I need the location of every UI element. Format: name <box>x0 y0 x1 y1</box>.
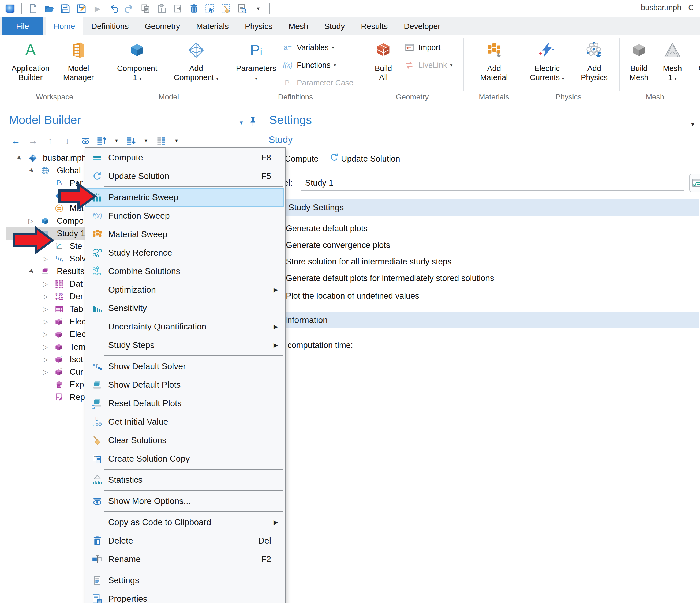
clear-marquee-icon[interactable] <box>218 1 234 16</box>
menu-item-clear-solutions[interactable]: Clear Solutions <box>86 431 284 450</box>
tab-file[interactable]: File <box>2 17 43 35</box>
nav-down-icon[interactable]: ↓ <box>60 134 74 147</box>
expander-closed-icon[interactable]: ▷ <box>43 293 48 300</box>
paste-import-icon[interactable] <box>170 1 186 16</box>
mesh-1-button[interactable]: Mesh1 ▾ <box>656 37 689 83</box>
add-physics-button[interactable]: AddPhysics <box>573 37 616 82</box>
menu-item-create-solution-copy[interactable]: Create Solution Copy <box>86 450 284 468</box>
tab-mesh[interactable]: Mesh <box>280 17 316 35</box>
model-manager-button[interactable]: ModelManager <box>54 37 103 82</box>
add-material-button[interactable]: AddMaterial <box>469 37 519 82</box>
expander-closed-icon[interactable]: ▷ <box>43 318 48 325</box>
options-list-icon[interactable] <box>155 134 169 147</box>
model-builder-menu-caret[interactable]: ▼ <box>239 120 244 126</box>
expander-closed-icon[interactable]: ▷ <box>43 280 48 288</box>
menu-item-function-sweep[interactable]: f(x)Function Sweep <box>86 206 284 225</box>
checkbox-row-4[interactable]: Plot the location of undefined values <box>286 291 419 301</box>
expander-open-icon[interactable]: ▼ <box>27 266 37 276</box>
expander-closed-icon[interactable]: ▷ <box>43 255 48 262</box>
show-eye-icon[interactable] <box>78 134 93 147</box>
new-file-icon[interactable] <box>25 1 41 16</box>
expander-open-icon[interactable]: ▼ <box>15 153 24 163</box>
update-solution-button[interactable]: Update Solution <box>341 154 400 164</box>
report-preview-icon[interactable] <box>234 1 250 16</box>
checkbox-row-3[interactable]: Generate default plots for intermediatel… <box>286 274 494 283</box>
expander-closed-icon[interactable]: ▷ <box>43 343 48 351</box>
save-as-icon[interactable] <box>73 1 90 16</box>
expander-closed-icon[interactable]: ▷ <box>43 331 48 338</box>
compute-partial-button[interactable]: Com <box>691 37 700 73</box>
electric-currents-button[interactable]: +-ElectricCurrents ▾ <box>521 37 573 83</box>
menu-item-show-default-solver[interactable]: Show Default Solver <box>86 357 284 376</box>
menu-item-study-steps[interactable]: Study Steps▶ <box>86 336 284 354</box>
menu-item-rename[interactable]: RenameF2 <box>86 550 284 569</box>
menu-item-uncertainty-quantification[interactable]: Uncertainty Quantification▶ <box>86 318 284 336</box>
nav-up-icon[interactable]: ↑ <box>43 134 57 147</box>
section-study-settings[interactable]: Study Settings <box>266 199 699 216</box>
menu-item-statistics[interactable]: Statistics <box>86 471 284 489</box>
menu-item-show-default-plots[interactable]: Show Default Plots <box>86 376 284 394</box>
settings-menu-caret[interactable]: ▼ <box>690 121 696 128</box>
parameters-button[interactable]: PiParameters▾ <box>231 37 281 83</box>
menu-item-settings[interactable]: Settings <box>86 571 284 589</box>
menu-item-delete[interactable]: DeleteDel <box>86 531 284 550</box>
tab-results[interactable]: Results <box>353 17 396 35</box>
build-mesh-button[interactable]: BuildMesh <box>622 37 656 82</box>
expander-closed-icon[interactable]: ▷ <box>43 368 48 376</box>
menu-item-study-reference[interactable]: Study Reference <box>86 244 284 262</box>
redo-icon[interactable] <box>122 1 138 16</box>
menu-item-compute[interactable]: ComputeF8 <box>86 148 284 167</box>
caret-down-icon[interactable]: ▼ <box>109 134 124 147</box>
save-icon[interactable] <box>57 1 73 16</box>
collapse-list-icon[interactable] <box>124 134 138 147</box>
expander-closed-icon[interactable]: ▷ <box>43 356 48 363</box>
pin-icon[interactable] <box>249 116 256 126</box>
menu-item-copy-as-code-to-clipboard[interactable]: Copy as Code to Clipboard▶ <box>86 513 284 531</box>
menu-item-reset-default-plots[interactable]: Reset Default Plots <box>86 394 284 412</box>
expand-list-icon[interactable] <box>95 134 108 147</box>
checkbox-row-1[interactable]: Generate convergence plots <box>286 240 390 250</box>
menu-item-parametric-sweep[interactable]: 1 2 3Parametric Sweep <box>85 188 284 206</box>
compute-button[interactable]: Compute <box>285 154 319 164</box>
add-component-button[interactable]: AddComponent ▾ <box>166 37 226 83</box>
tab-physics[interactable]: Physics <box>237 17 280 35</box>
paste-icon[interactable] <box>154 1 170 16</box>
update-solution-icon[interactable] <box>329 152 340 162</box>
section-information[interactable]: Information <box>266 311 699 328</box>
goto-source-button[interactable] <box>689 174 700 192</box>
menu-item-material-sweep[interactable]: Material Sweep <box>86 225 284 244</box>
menu-item-update-solution[interactable]: Update SolutionF5 <box>86 167 284 185</box>
menu-item-optimization[interactable]: Optimization▶ <box>86 280 284 299</box>
application-builder-button[interactable]: AApplicationBuilder <box>7 37 54 82</box>
tab-study[interactable]: Study <box>316 17 353 35</box>
nav-forward-icon[interactable]: → <box>26 134 40 147</box>
component-1-button[interactable]: Component1 ▾ <box>111 37 163 83</box>
menu-item-combine-solutions[interactable]: Combine Solutions <box>86 262 284 280</box>
tab-definitions[interactable]: Definitions <box>83 17 136 35</box>
run-icon[interactable]: ▶ <box>90 1 105 16</box>
build-all-button[interactable]: BuildAll <box>364 37 402 82</box>
select-marquee-icon[interactable] <box>202 1 218 16</box>
copy-icon[interactable] <box>138 1 154 16</box>
caret-down-icon[interactable]: ▼ <box>139 134 153 147</box>
delete-icon[interactable] <box>186 1 202 16</box>
caret-down-icon[interactable]: ▼ <box>250 1 266 16</box>
expander-closed-icon[interactable]: ▷ <box>28 217 33 225</box>
tab-materials[interactable]: Materials <box>188 17 237 35</box>
undo-icon[interactable] <box>105 1 122 16</box>
expander-closed-icon[interactable]: ▷ <box>43 305 48 313</box>
functions-button[interactable]: f(x)Functions▾ <box>282 57 336 73</box>
caret-down-icon[interactable]: ▼ <box>170 134 183 147</box>
checkbox-row-0[interactable]: Generate default plots <box>286 224 368 233</box>
menu-item-sensitivity[interactable]: Sensitivity <box>86 299 284 318</box>
tab-geometry[interactable]: Geometry <box>136 17 188 35</box>
tab-developer[interactable]: Developer <box>396 17 448 35</box>
app-logo-icon[interactable] <box>2 1 18 16</box>
variables-button[interactable]: a=Variables▾ <box>282 40 334 55</box>
study-label-input[interactable] <box>301 175 684 191</box>
nav-back-icon[interactable]: ← <box>9 134 23 147</box>
tab-home[interactable]: Home <box>46 17 83 35</box>
checkbox-row-2[interactable]: Store solution for all intermediate stud… <box>286 257 452 267</box>
menu-item-properties[interactable]: Properties <box>86 589 284 603</box>
import-button[interactable]: Import <box>403 40 441 55</box>
